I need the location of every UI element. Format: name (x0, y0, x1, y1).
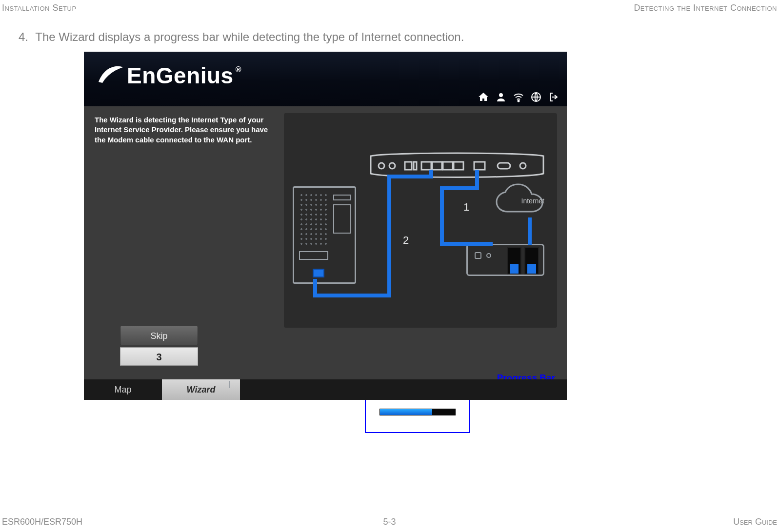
svg-rect-9 (443, 162, 453, 170)
svg-point-3 (379, 163, 384, 169)
diagram-step-2: 2 (403, 234, 409, 247)
footer-guide: User Guide (733, 517, 777, 527)
footer-model: ESR600H/ESR750H (2, 517, 82, 527)
brand-mark: ® (236, 65, 241, 74)
step-line: 4. The Wizard displays a progress bar wh… (19, 30, 464, 44)
router-ui-screenshot: EnGenius ® The Wizard is detecting the I… (84, 52, 567, 400)
step-text: The Wizard displays a progress bar while… (35, 30, 464, 43)
diagram-step-1: 1 (463, 201, 469, 214)
wizard-step-badge: 3 (120, 347, 198, 366)
svg-point-1 (518, 100, 519, 102)
cloud-label: Internet (521, 197, 544, 205)
logout-icon[interactable] (547, 91, 560, 103)
brand-swoop-icon (98, 62, 124, 84)
svg-rect-10 (454, 162, 463, 170)
svg-rect-7 (421, 162, 431, 170)
connection-diagram: Internet (284, 113, 557, 328)
skip-button[interactable]: Skip (120, 326, 198, 345)
pc-nic-port-icon (313, 269, 324, 277)
globe-icon[interactable] (530, 91, 542, 103)
svg-point-13 (520, 163, 526, 169)
progress-bar-fill (380, 409, 433, 415)
bottom-tab-bar: Map Wizard I (84, 379, 567, 400)
svg-point-4 (389, 163, 395, 169)
footer-page: 5-3 (383, 517, 396, 527)
svg-rect-8 (432, 162, 442, 170)
tab-map[interactable]: Map (84, 379, 162, 400)
brand-logo: EnGenius ® (98, 62, 241, 89)
topbar-icons (477, 91, 560, 103)
wifi-icon[interactable] (512, 91, 525, 103)
brand-name: EnGenius (127, 62, 234, 89)
modem-icon (466, 244, 544, 276)
svg-rect-5 (405, 162, 412, 170)
header-left: Installation Setup (2, 3, 77, 13)
router-topbar: EnGenius ® (84, 52, 567, 106)
svg-rect-6 (414, 162, 417, 170)
wizard-message: The Wizard is detecting the Internet Typ… (95, 115, 275, 145)
step-number: 4. (19, 30, 32, 44)
header-right: Detecting the Internet Connection (634, 3, 777, 13)
svg-rect-12 (498, 163, 510, 169)
svg-rect-11 (474, 162, 485, 170)
progress-bar (380, 409, 456, 415)
text-cursor-icon: I (228, 378, 231, 391)
wizard-body: The Wizard is detecting the Internet Typ… (84, 106, 567, 379)
svg-point-0 (499, 93, 503, 97)
user-icon[interactable] (495, 91, 507, 103)
home-icon[interactable] (477, 91, 490, 103)
document-page: Installation Setup Detecting the Interne… (0, 0, 779, 532)
pc-tower-icon (293, 186, 356, 284)
